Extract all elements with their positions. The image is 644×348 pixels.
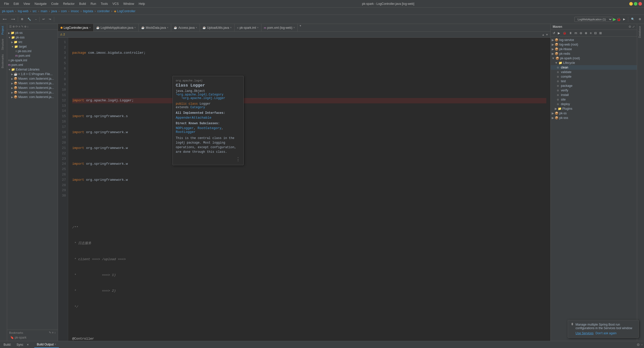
window-controls[interactable]: [629, 2, 642, 6]
tree-item-pksss[interactable]: ▼ 📁 pk-sss: [7, 35, 58, 40]
tree-item-maven5[interactable]: ▶ 📦 Maven: com.fasterxml.ja...: [7, 95, 58, 99]
close-button[interactable]: [638, 2, 642, 6]
menu-code[interactable]: Code: [49, 2, 61, 6]
nav-com[interactable]: com: [61, 9, 67, 13]
database-tab[interactable]: Database: [637, 24, 644, 40]
maven-filter-btn[interactable]: ⊟: [593, 31, 598, 35]
maven-lifecycle-compile[interactable]: ⚙ compile: [551, 74, 637, 79]
menu-window[interactable]: Window: [121, 2, 136, 6]
dont-ask-btn[interactable]: Don't ask again: [596, 331, 617, 335]
editor-content[interactable]: 1234 5678 9101112 13141516 17181920 2122…: [58, 38, 550, 341]
maven-pk-ss[interactable]: ▶ 📦 pk-ss: [551, 111, 637, 116]
toolbar-settings2[interactable]: ⚙: [637, 17, 643, 22]
menu-vcs[interactable]: VCS: [110, 2, 121, 6]
maven-lifecycle-test[interactable]: ⚙ test: [551, 79, 637, 83]
tab-logcontroller[interactable]: LogController.java ×: [58, 24, 94, 31]
tab-close-6[interactable]: ×: [293, 26, 295, 29]
menu-tools[interactable]: Tools: [99, 2, 110, 6]
maven-lifecycle-site[interactable]: ⚙ site: [551, 97, 637, 102]
menu-view[interactable]: View: [21, 2, 32, 6]
tab-access[interactable]: ☕ Access.java ×: [171, 24, 200, 31]
nav-project[interactable]: pk-spark: [2, 9, 14, 13]
toolbar-tools[interactable]: 🔧: [26, 17, 33, 22]
tab-build-output[interactable]: Build Output ×: [34, 341, 59, 348]
bottom-minimize-btn[interactable]: −: [641, 343, 643, 347]
run-config-select[interactable]: LogWebApplication (1): [574, 17, 612, 22]
code-lines[interactable]: package com.imooc.bigdata.controller; im…: [68, 38, 550, 341]
bookmarks-add-btn[interactable]: ✎ ≡ ↕: [49, 331, 56, 334]
tab-overflow[interactable]: ▾: [298, 24, 303, 31]
tab-close-1[interactable]: ×: [134, 26, 136, 29]
sidebar-actions[interactable]: ☰ ⊕ ⟳ ≡ ✎ ⊕ ↕: [9, 25, 28, 28]
menu-refactor[interactable]: Refactor: [61, 2, 77, 6]
menu-help[interactable]: Help: [137, 2, 147, 6]
maven-log-service[interactable]: ▶ 📦 log-service: [551, 38, 637, 42]
nav-src[interactable]: src: [33, 9, 37, 13]
maven-lifecycle-btn[interactable]: m: [574, 31, 578, 35]
tree-item-pksssiml[interactable]: ≡ pk-sss.iml: [7, 49, 58, 53]
tab-close-0[interactable]: ×: [89, 26, 91, 29]
maven-pk-redis[interactable]: ▶ 📦 pk-redis: [551, 51, 637, 56]
nav-class[interactable]: LogController: [117, 9, 136, 13]
maximize-button[interactable]: [634, 2, 637, 6]
toolbar-collapse[interactable]: −: [33, 17, 38, 22]
tab-uploadutils[interactable]: ☕ UploadUtils.java ×: [200, 24, 235, 31]
maven-log-web[interactable]: ▶ 📦 log-web (root): [551, 42, 637, 47]
nav-java[interactable]: java: [51, 9, 57, 13]
menu-navigate[interactable]: Navigate: [33, 2, 49, 6]
tree-item-pkspark-iml[interactable]: ≡ pk-spark.iml: [7, 58, 58, 63]
debug-button[interactable]: 🐞: [617, 17, 621, 21]
tab-logwebapp[interactable]: ☕ LogWebApplication.java ×: [94, 24, 139, 31]
tree-item-pomxml2[interactable]: m pom.xml: [7, 63, 58, 67]
tree-item-external-libs[interactable]: ▼ 📁 External Libraries: [7, 67, 58, 72]
maven-reload-btn[interactable]: ↺: [552, 31, 556, 35]
maven-debug-btn[interactable]: 🐞: [562, 31, 567, 35]
bottom-settings-btn[interactable]: ⚙: [637, 343, 640, 347]
maven-lifecycle-folder[interactable]: ▼ 📁 Lifecycle: [551, 61, 637, 65]
use-services-btn[interactable]: Use Services: [576, 331, 594, 335]
project-tab[interactable]: Project: [0, 24, 7, 37]
app-menu[interactable]: File Edit View Navigate Code Refactor Bu…: [2, 2, 147, 6]
maven-lifecycle-deploy[interactable]: ⚙ deploy: [551, 102, 637, 106]
tree-item-maven4[interactable]: ▶ 📦 Maven: com.fasterxml.ja...: [7, 90, 58, 95]
tree-item-maven2[interactable]: ▶ 📦 Maven: com.fasterxml.ja...: [7, 81, 58, 86]
maven-lifecycle-validate[interactable]: ⚙ validate: [551, 70, 637, 74]
toolbar-coverage[interactable]: ▶: [621, 17, 627, 22]
minimize-button[interactable]: [629, 2, 633, 6]
nav-controller[interactable]: controller: [97, 9, 110, 13]
toolbar-search[interactable]: 🔍: [629, 17, 636, 22]
menu-build[interactable]: Build: [77, 2, 88, 6]
nav-module[interactable]: log-web: [18, 9, 28, 13]
maven-align-btn[interactable]: ≡: [589, 31, 593, 35]
maven-pk-hbase[interactable]: ▶ 📦 pk-hbase: [551, 47, 637, 51]
maven-plugins-folder[interactable]: ▶ 📁 Plugins: [551, 106, 637, 111]
maven-settings-btn[interactable]: ⚙: [628, 25, 631, 29]
tree-item-target[interactable]: ▼ 📁 target: [7, 44, 58, 49]
maven-lifecycle-clean[interactable]: ⚙ clean: [551, 65, 637, 70]
run-button[interactable]: ▶: [613, 17, 616, 22]
popup-more-btn[interactable]: ⋮: [236, 157, 240, 162]
nav-bigdata[interactable]: bigdata: [83, 9, 93, 13]
nav-imooc[interactable]: imooc: [71, 9, 79, 13]
bookmark-pkspark[interactable]: 🔖 pk-spark: [9, 335, 56, 340]
tab-close-2[interactable]: ×: [167, 26, 168, 29]
menu-run[interactable]: Run: [89, 2, 98, 6]
maven-collapse-btn[interactable]: ⊖: [579, 31, 583, 35]
tab-pomxml[interactable]: m pom.xml (log-web) ×: [261, 24, 298, 31]
menu-edit[interactable]: Edit: [11, 2, 21, 6]
menu-file[interactable]: File: [2, 2, 11, 6]
maven-toggle-btn[interactable]: ⏸: [568, 31, 573, 35]
maven-lifecycle-package[interactable]: ⚙ package: [551, 83, 637, 88]
tree-item-pomxml1[interactable]: m pom.xml: [7, 53, 58, 58]
toolbar-back[interactable]: ⟵: [1, 17, 9, 22]
tab-sync[interactable]: Sync ×: [14, 341, 34, 348]
bookmarks-tab[interactable]: Bookmarks: [0, 52, 7, 70]
maven-expand-all-btn[interactable]: ⊕: [584, 31, 588, 35]
toolbar-forward[interactable]: ⟶: [9, 17, 17, 22]
tab-close-5[interactable]: ×: [257, 26, 259, 29]
structure-tab[interactable]: Structure: [0, 37, 7, 52]
toolbar-undo[interactable]: ↩: [41, 17, 47, 22]
tab-mockdata[interactable]: ☕ MockData.java ×: [139, 24, 171, 31]
tree-item-src[interactable]: ▶ 📁 src: [7, 40, 58, 44]
maven-lifecycle-verify[interactable]: ⚙ verify: [551, 88, 637, 93]
